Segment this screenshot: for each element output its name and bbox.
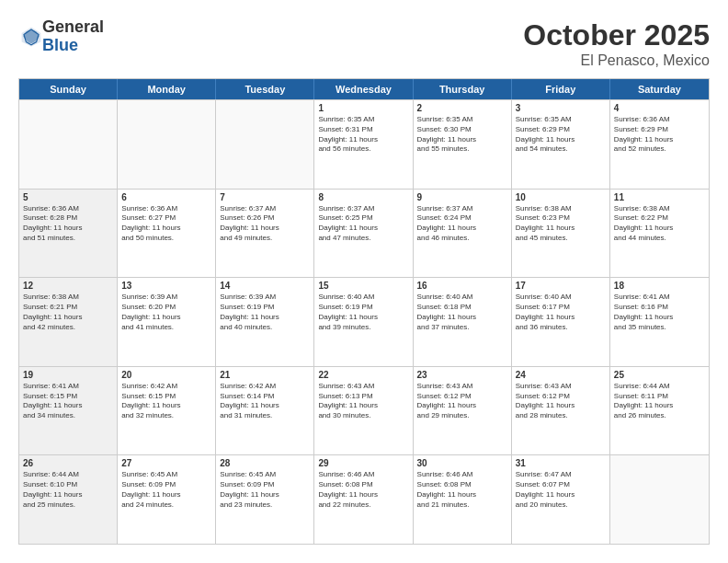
cell-line-1: Sunset: 6:19 PM [318,303,408,313]
cell-line-3: and 42 minutes. [23,323,113,333]
day-number: 21 [220,370,310,380]
cell-line-1: Sunset: 6:31 PM [318,125,408,135]
header-day-sunday: Sunday [19,79,118,99]
cell-line-0: Sunrise: 6:42 AM [121,382,211,392]
day-number: 20 [121,370,211,380]
day-number: 9 [417,192,507,202]
cell-line-3: and 41 minutes. [121,323,211,333]
cell-line-0: Sunrise: 6:45 AM [220,470,310,480]
cell-line-1: Sunset: 6:09 PM [121,480,211,490]
cal-cell-4: 4Sunrise: 6:36 AMSunset: 6:29 PMDaylight… [610,100,709,189]
day-number: 1 [318,103,408,113]
cell-line-2: Daylight: 11 hours [220,490,310,500]
month-title: October 2025 [523,18,710,52]
cell-line-0: Sunrise: 6:36 AM [614,115,705,125]
day-number: 14 [220,281,310,291]
cell-line-2: Daylight: 11 hours [318,401,408,411]
cal-cell-26: 26Sunrise: 6:44 AMSunset: 6:10 PMDayligh… [19,455,118,544]
cell-line-1: Sunset: 6:29 PM [516,125,606,135]
header: General Blue October 2025 El Penasco, Me… [18,18,710,69]
calendar-row-4: 19Sunrise: 6:41 AMSunset: 6:15 PMDayligh… [19,366,709,455]
cell-line-0: Sunrise: 6:44 AM [23,470,113,480]
cell-line-0: Sunrise: 6:40 AM [318,293,408,303]
cell-line-2: Daylight: 11 hours [614,313,705,323]
cal-cell-18: 18Sunrise: 6:41 AMSunset: 6:16 PMDayligh… [610,278,709,366]
day-number: 16 [417,281,507,291]
day-number: 30 [417,458,507,468]
cell-line-1: Sunset: 6:12 PM [516,392,606,402]
cell-line-1: Sunset: 6:29 PM [614,125,705,135]
cell-line-3: and 45 minutes. [516,234,606,244]
logo: General Blue [18,18,104,55]
cell-line-0: Sunrise: 6:37 AM [318,204,408,214]
cell-line-2: Daylight: 11 hours [318,135,408,145]
cell-line-2: Daylight: 11 hours [516,135,606,145]
day-number: 23 [417,370,507,380]
cell-line-3: and 44 minutes. [614,234,705,244]
day-number: 3 [516,103,606,113]
cell-line-3: and 55 minutes. [417,144,507,155]
day-number: 22 [318,370,408,380]
cell-line-0: Sunrise: 6:42 AM [220,382,310,392]
cell-line-3: and 52 minutes. [614,144,705,155]
cell-line-0: Sunrise: 6:40 AM [516,293,606,303]
cal-cell-13: 13Sunrise: 6:39 AMSunset: 6:20 PMDayligh… [118,278,216,366]
cell-line-0: Sunrise: 6:46 AM [318,470,408,480]
cell-line-3: and 30 minutes. [318,411,408,421]
cal-cell-22: 22Sunrise: 6:43 AMSunset: 6:13 PMDayligh… [314,367,413,455]
day-number: 12 [23,281,113,291]
cell-line-3: and 50 minutes. [121,234,211,244]
day-number: 19 [23,370,113,380]
cell-line-0: Sunrise: 6:45 AM [121,470,211,480]
cell-line-2: Daylight: 11 hours [23,401,113,411]
cell-line-2: Daylight: 11 hours [318,490,408,500]
logo-icon [20,26,42,48]
cal-cell-15: 15Sunrise: 6:40 AMSunset: 6:19 PMDayligh… [314,278,413,366]
cell-line-1: Sunset: 6:08 PM [417,480,507,490]
cell-line-0: Sunrise: 6:35 AM [318,115,408,125]
cell-line-2: Daylight: 11 hours [23,490,113,500]
cal-cell-6: 6Sunrise: 6:36 AMSunset: 6:27 PMDaylight… [118,190,216,278]
cal-cell-10: 10Sunrise: 6:38 AMSunset: 6:23 PMDayligh… [512,190,610,278]
cell-line-3: and 35 minutes. [614,323,705,333]
cell-line-3: and 26 minutes. [614,411,705,421]
calendar-body: 1Sunrise: 6:35 AMSunset: 6:31 PMDaylight… [19,99,709,544]
cal-cell-7: 7Sunrise: 6:37 AMSunset: 6:26 PMDaylight… [216,190,314,278]
cell-line-3: and 36 minutes. [516,323,606,333]
cell-line-0: Sunrise: 6:38 AM [23,293,113,303]
day-number: 24 [516,370,606,380]
cell-line-2: Daylight: 11 hours [417,224,507,234]
cell-line-3: and 49 minutes. [220,234,310,244]
day-number: 8 [318,192,408,202]
cal-cell-1: 1Sunrise: 6:35 AMSunset: 6:31 PMDaylight… [314,100,413,189]
day-number: 27 [121,458,211,468]
cell-line-2: Daylight: 11 hours [121,224,211,234]
cell-line-2: Daylight: 11 hours [318,224,408,234]
cell-line-3: and 47 minutes. [318,234,408,244]
cal-cell-9: 9Sunrise: 6:37 AMSunset: 6:24 PMDaylight… [414,190,512,278]
cal-cell-3: 3Sunrise: 6:35 AMSunset: 6:29 PMDaylight… [512,100,610,189]
cell-line-3: and 40 minutes. [220,323,310,333]
cell-line-0: Sunrise: 6:47 AM [516,470,606,480]
cell-line-2: Daylight: 11 hours [417,313,507,323]
cal-cell-23: 23Sunrise: 6:43 AMSunset: 6:12 PMDayligh… [414,367,512,455]
day-number: 7 [220,192,310,202]
day-number: 18 [614,281,705,291]
cell-line-1: Sunset: 6:07 PM [516,480,606,490]
cell-line-3: and 32 minutes. [121,411,211,421]
day-number: 28 [220,458,310,468]
header-day-wednesday: Wednesday [314,79,413,99]
cell-line-2: Daylight: 11 hours [220,224,310,234]
day-number: 11 [614,192,705,202]
cell-line-2: Daylight: 11 hours [516,490,606,500]
header-day-monday: Monday [118,79,216,99]
cell-line-3: and 54 minutes. [516,144,606,155]
calendar: SundayMondayTuesdayWednesdayThursdayFrid… [18,78,710,545]
cal-cell-24: 24Sunrise: 6:43 AMSunset: 6:12 PMDayligh… [512,367,610,455]
cell-line-1: Sunset: 6:10 PM [23,480,113,490]
cal-cell-30: 30Sunrise: 6:46 AMSunset: 6:08 PMDayligh… [414,455,512,544]
day-number: 4 [614,103,705,113]
cell-line-3: and 22 minutes. [318,500,408,511]
cell-line-3: and 31 minutes. [220,411,310,421]
cell-line-1: Sunset: 6:15 PM [23,392,113,402]
